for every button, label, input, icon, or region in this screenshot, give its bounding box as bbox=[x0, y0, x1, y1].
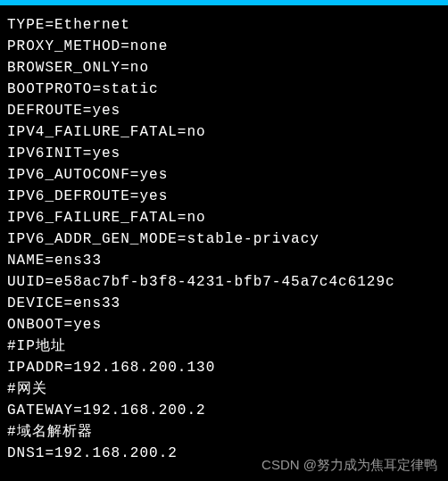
config-line: NAME=ens33 bbox=[7, 250, 441, 271]
config-line: BROWSER_ONLY=no bbox=[7, 57, 441, 79]
terminal-content[interactable]: TYPE=EthernetPROXY_METHOD=noneBROWSER_ON… bbox=[0, 5, 448, 481]
config-line: IPV6_FAILURE_FATAL=no bbox=[7, 207, 441, 228]
config-line: IPV6_AUTOCONF=yes bbox=[7, 164, 441, 186]
config-line: PROXY_METHOD=none bbox=[7, 36, 441, 57]
config-line: #IP地址 bbox=[7, 336, 441, 357]
config-line: IPV6_DEFROUTE=yes bbox=[7, 186, 441, 207]
config-line: #域名解析器 bbox=[7, 421, 441, 443]
config-line: #网关 bbox=[7, 378, 441, 400]
watermark: CSDN @努力成为焦耳定律鸭 bbox=[261, 457, 437, 474]
config-line: UUID=e58ac7bf-b3f8-4231-bfb7-45a7c4c6129… bbox=[7, 271, 441, 293]
config-line: DEVICE=ens33 bbox=[7, 293, 441, 314]
config-line: TYPE=Ethernet bbox=[7, 14, 441, 36]
config-file-lines: TYPE=EthernetPROXY_METHOD=noneBROWSER_ON… bbox=[7, 14, 441, 464]
config-line: ONBOOT=yes bbox=[7, 314, 441, 336]
config-line: BOOTPROTO=static bbox=[7, 79, 441, 100]
config-line: IPV6_ADDR_GEN_MODE=stable-privacy bbox=[7, 228, 441, 250]
config-line: IPV4_FAILURE_FATAL=no bbox=[7, 121, 441, 143]
config-line: DEFROUTE=yes bbox=[7, 100, 441, 121]
config-line: IPADDR=192.168.200.130 bbox=[7, 357, 441, 378]
config-line: IPV6INIT=yes bbox=[7, 143, 441, 164]
config-line: GATEWAY=192.168.200.2 bbox=[7, 400, 441, 421]
